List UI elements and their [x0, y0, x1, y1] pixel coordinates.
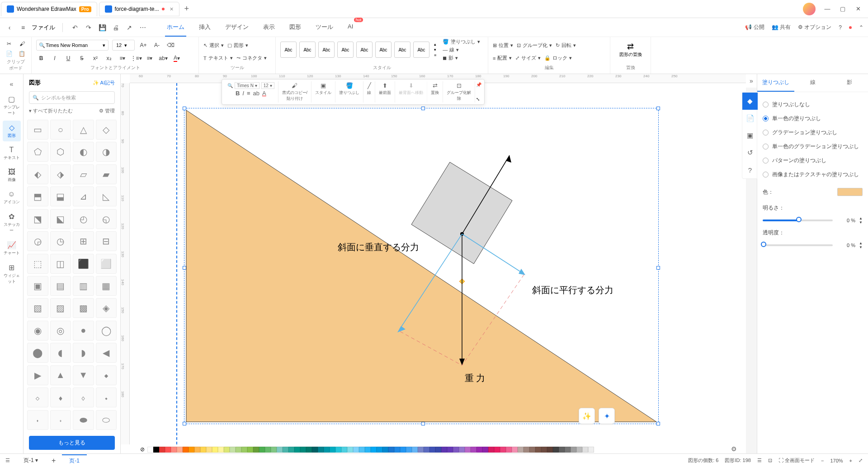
minimize-button[interactable]: — [824, 5, 831, 12]
float-italic[interactable]: I [242, 90, 244, 97]
line-spacing-button[interactable]: ≡▾ [118, 53, 127, 63]
outline-button[interactable]: ☰ [5, 458, 10, 463]
paste-button[interactable]: 📋 [18, 49, 27, 59]
color-swatch[interactable] [582, 447, 588, 453]
color-swatch[interactable] [159, 447, 165, 453]
float-ungroup[interactable]: ⊡ [457, 82, 462, 89]
user-avatar[interactable] [803, 3, 816, 15]
color-swatch[interactable] [529, 447, 535, 453]
color-swatch[interactable] [194, 447, 200, 453]
float-front[interactable]: ⬆ [382, 82, 387, 89]
shape-stencil[interactable]: ⬨ [73, 388, 94, 407]
add-page-button[interactable]: + [52, 457, 56, 465]
opacity-up[interactable]: ▲ [859, 241, 863, 245]
replace-shape-icon[interactable]: ⇄ [627, 42, 634, 51]
expand-right-button[interactable]: » [746, 74, 757, 88]
shape-stencil[interactable]: ○ [50, 120, 71, 140]
float-align[interactable]: ≡ [247, 90, 250, 97]
shape-stencil[interactable]: ◶ [27, 231, 48, 251]
color-swatch[interactable] [265, 447, 271, 453]
style-preset-6[interactable]: Abc [375, 42, 392, 58]
export-button[interactable]: ↗ [124, 23, 134, 33]
save-button[interactable]: 💾 [97, 23, 107, 33]
more-shapes-button[interactable]: もっと見る [29, 436, 115, 450]
sidebar-item-image[interactable]: 🖼画像 [3, 165, 21, 186]
shape-stencil[interactable]: ▥ [73, 276, 94, 296]
color-swatch[interactable] [230, 447, 236, 453]
share-button[interactable]: 👥 共有 [772, 23, 791, 31]
brightness-down[interactable]: ▼ [859, 220, 863, 224]
color-swatch[interactable] [236, 447, 241, 453]
font-color-button[interactable]: A▾ [172, 53, 182, 63]
shape-stencil[interactable]: ◺ [96, 187, 117, 206]
color-swatch[interactable] [429, 447, 435, 453]
rp-tool-page[interactable]: 📄 [742, 110, 758, 127]
color-swatch[interactable] [300, 447, 306, 453]
float-more[interactable]: ⤡ [476, 97, 481, 102]
shape-stencil[interactable]: ▧ [27, 298, 48, 318]
color-swatch[interactable] [359, 447, 365, 453]
shape-stencil[interactable]: ⬔ [27, 209, 48, 229]
rp-tool-help[interactable]: ? [742, 161, 758, 178]
tab-tool[interactable]: ツール [314, 19, 335, 37]
options-button[interactable]: ⚙ オプション [798, 23, 831, 31]
sidebar-item-template[interactable]: ▢テンプレート [3, 92, 21, 119]
force-diagram[interactable]: 斜面に垂直する分力 斜面に平行する分力 重 力 [184, 106, 659, 422]
color-swatch[interactable] [224, 447, 230, 453]
undo-button[interactable]: ↶ [70, 23, 80, 33]
shape-stencil[interactable]: ▩ [73, 298, 94, 318]
brightness-up[interactable]: ▲ [859, 216, 863, 220]
color-swatch[interactable] [524, 447, 529, 453]
rp-tab-line[interactable]: 線 [794, 74, 831, 92]
color-swatch[interactable] [324, 447, 330, 453]
color-swatch[interactable] [418, 447, 424, 453]
color-swatch[interactable] [482, 447, 488, 453]
tab-insert[interactable]: 挿入 [197, 19, 212, 37]
color-swatch[interactable] [565, 447, 571, 453]
fill-option-gradient[interactable]: グラデーション塗りつぶし [763, 126, 863, 140]
zoom-level[interactable]: 170% [830, 458, 843, 463]
shape-stencil[interactable]: ⬭ [96, 410, 117, 430]
color-swatch[interactable] [241, 447, 247, 453]
color-swatch[interactable] [547, 447, 553, 453]
text-tool[interactable]: T テキスト ▾ [203, 55, 233, 61]
align-button[interactable]: ≡ 配置 ▾ [493, 55, 512, 61]
color-swatch[interactable] [183, 447, 189, 453]
add-fab[interactable]: ✦ [599, 408, 615, 424]
fill-option-pattern[interactable]: パターンの塗りつぶし [763, 154, 863, 168]
shape-stencil[interactable]: ⬡ [50, 142, 71, 162]
color-swatch[interactable] [471, 447, 476, 453]
page-tab-1-active[interactable]: 页-1 [62, 454, 87, 467]
shape-stencil[interactable]: ⬦ [27, 388, 48, 407]
shape-stencil[interactable]: ◐ [73, 142, 94, 162]
color-swatch[interactable] [394, 447, 400, 453]
size-button[interactable]: ⤢ サイズ ▾ [515, 55, 541, 61]
fill-option-solid[interactable]: 単一色の塗りつぶし [763, 112, 863, 126]
color-swatch[interactable] [406, 447, 412, 453]
shape-stencil[interactable]: ⬓ [50, 187, 71, 206]
color-swatch[interactable] [153, 447, 159, 453]
shape-stencil[interactable]: ▤ [50, 276, 71, 296]
fill-button[interactable]: 🪣 塗りつぶし ▾ [443, 38, 480, 45]
color-swatch[interactable] [424, 447, 429, 453]
italic-button[interactable]: I [50, 53, 60, 63]
color-swatch[interactable] [388, 447, 394, 453]
shape-tool[interactable]: ▢ 図形 ▾ [227, 42, 248, 49]
zoom-out-button[interactable]: − [821, 458, 824, 463]
color-swatch[interactable] [218, 447, 224, 453]
sidebar-item-text[interactable]: Tテキスト [3, 143, 21, 163]
sidebar-item-shapes[interactable]: ◇図形 [3, 121, 21, 141]
color-swatch[interactable] [165, 447, 171, 453]
color-swatch[interactable] [312, 447, 318, 453]
numbering-button[interactable]: ≡▾ [145, 53, 155, 63]
color-swatch[interactable] [512, 447, 518, 453]
color-swatch[interactable] [206, 447, 212, 453]
opacity-slider[interactable] [763, 244, 833, 246]
color-swatch[interactable] [476, 447, 482, 453]
color-swatch[interactable] [412, 447, 418, 453]
fit-button[interactable]: ⊡ [768, 458, 772, 463]
style-preset-7[interactable]: Abc [394, 42, 410, 58]
float-case[interactable]: ab [253, 90, 259, 97]
rp-tool-history[interactable]: ↺ [742, 144, 758, 161]
shape-stencil[interactable]: ⬜ [96, 254, 117, 274]
